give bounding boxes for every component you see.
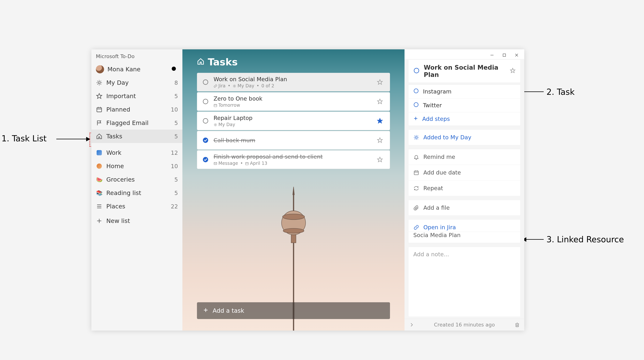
- step-complete-toggle[interactable]: [413, 102, 419, 109]
- star-toggle[interactable]: [377, 118, 383, 124]
- step-complete-toggle[interactable]: [413, 88, 419, 95]
- sidebar-item-count: 5: [174, 93, 178, 99]
- task-meta: JiraMy Day0 of 2: [214, 83, 372, 88]
- avatar: [96, 65, 104, 73]
- collapse-detail-button[interactable]: [409, 322, 414, 327]
- detail-header: Work on Social Media Plan: [408, 60, 520, 83]
- svg-marker-71: [510, 68, 515, 73]
- close-button[interactable]: [514, 52, 520, 58]
- svg-rect-22: [172, 218, 176, 222]
- step-row[interactable]: Instagram: [408, 85, 520, 98]
- callout-task-list: 1. Task List: [2, 134, 47, 143]
- new-list-button[interactable]: New list: [92, 214, 182, 228]
- plus-icon: [413, 116, 418, 122]
- sidebar-item-important[interactable]: Important5: [92, 89, 182, 103]
- sidebar-item-places[interactable]: Places22: [92, 200, 182, 213]
- remind-me-button[interactable]: Remind me: [408, 149, 520, 165]
- search-icon[interactable]: [171, 66, 178, 73]
- star-toggle[interactable]: [377, 157, 383, 163]
- arrow-line: [526, 239, 544, 240]
- minimize-button[interactable]: [489, 52, 495, 58]
- task-card[interactable]: Repair LaptopMy Day: [197, 112, 390, 130]
- task-card[interactable]: Finish work proposal and send to clientM…: [197, 150, 390, 169]
- star-toggle[interactable]: [377, 79, 383, 85]
- repeat-button[interactable]: Repeat: [408, 180, 520, 196]
- svg-line-38: [235, 87, 236, 87]
- step-row[interactable]: Twitter: [408, 98, 520, 112]
- task-card[interactable]: Work on Social Media PlanJiraMy Day0 of …: [197, 73, 390, 91]
- add-task-input[interactable]: Add a task: [197, 302, 390, 319]
- sidebar-item-reading[interactable]: 📚Reading list5: [92, 186, 182, 200]
- complete-toggle[interactable]: [202, 118, 209, 124]
- svg-marker-63: [378, 157, 382, 162]
- added-to-my-day-button[interactable]: Added to My Day: [408, 130, 520, 145]
- calendar-icon: [245, 162, 249, 165]
- myday-icon: [96, 79, 102, 86]
- complete-toggle[interactable]: [413, 67, 420, 75]
- sidebar-item-groceries[interactable]: 🍉Groceries5: [92, 173, 182, 186]
- sidebar-item-label: My Day: [106, 79, 171, 86]
- my-day-section: Added to My Day: [408, 129, 520, 145]
- svg-point-28: [282, 214, 304, 220]
- callout-task: 2. Task: [546, 87, 574, 97]
- sidebar-item-label: Work: [106, 149, 167, 156]
- file-section: Add a file: [408, 200, 520, 216]
- svg-marker-41: [378, 80, 382, 84]
- complete-toggle[interactable]: [202, 98, 209, 105]
- sidebar-item-count: 12: [171, 150, 178, 156]
- svg-point-27: [282, 211, 306, 235]
- sidebar-item-label: Planned: [106, 106, 167, 113]
- task-card[interactable]: Zero to One bookTomorrow: [197, 92, 390, 111]
- task-title: Finish work proposal and send to client: [214, 154, 372, 160]
- star-toggle[interactable]: [510, 68, 516, 75]
- task-card[interactable]: Call back mum: [197, 131, 390, 150]
- groceries-icon: 🍉: [96, 176, 102, 183]
- sidebar-item-label: Important: [106, 93, 171, 100]
- star-toggle[interactable]: [377, 98, 383, 105]
- repeat-label: Repeat: [423, 185, 443, 191]
- sidebar-item-work[interactable]: Work12: [92, 146, 182, 160]
- linked-resource-section: Open in Jira Socia Media Plan: [408, 219, 520, 243]
- add-step-button[interactable]: Add steps: [408, 112, 520, 126]
- complete-toggle[interactable]: [202, 137, 209, 143]
- sidebar-item-planned[interactable]: Planned10: [92, 103, 182, 116]
- star-toggle[interactable]: [377, 137, 383, 143]
- svg-rect-61: [246, 163, 248, 165]
- new-group-icon[interactable]: [171, 217, 178, 224]
- bell-icon: [413, 154, 419, 160]
- svg-point-70: [414, 68, 419, 73]
- detail-footer: Created 16 minutes ago: [404, 319, 524, 331]
- sidebar-item-flagged[interactable]: Flagged Email5: [92, 116, 182, 130]
- maximize-button[interactable]: [502, 52, 507, 58]
- step-label: Twitter: [423, 102, 442, 109]
- delete-task-button[interactable]: [514, 322, 520, 327]
- due-date-button[interactable]: Add due date: [408, 165, 520, 180]
- svg-line-55: [216, 124, 216, 124]
- list-title: Tasks: [208, 56, 238, 68]
- open-in-jira-link[interactable]: Open in Jira: [408, 220, 520, 232]
- svg-line-8: [100, 84, 101, 85]
- add-file-button[interactable]: Add a file: [408, 200, 520, 215]
- sidebar-item-count: 5: [174, 176, 178, 183]
- sidebar-item-count: 5: [174, 190, 178, 196]
- task-title: Zero to One book: [214, 95, 372, 102]
- add-step-label: Add steps: [422, 116, 450, 122]
- detail-task-title[interactable]: Work on Social Media Plan: [424, 64, 506, 78]
- complete-toggle[interactable]: [202, 157, 209, 163]
- plus-icon: [203, 307, 208, 314]
- svg-line-82: [418, 139, 418, 139]
- due-date-label: Add due date: [423, 169, 461, 176]
- sidebar-item-myday[interactable]: My Day8: [92, 76, 182, 89]
- account-row[interactable]: Mona Kane: [92, 63, 182, 76]
- sun-icon: [232, 84, 236, 88]
- svg-marker-45: [378, 99, 382, 104]
- todo-app-window: Microsoft To-Do Mona Kane My Day8Importa…: [92, 49, 524, 331]
- sidebar-item-count: 10: [171, 163, 178, 170]
- sidebar-item-label: Home: [106, 163, 167, 170]
- complete-toggle[interactable]: [202, 79, 209, 85]
- task-title: Call back mum: [214, 137, 372, 144]
- note-input[interactable]: Add a note...: [408, 247, 520, 317]
- sidebar-item-home[interactable]: Home10: [92, 160, 182, 173]
- sidebar-item-tasks[interactable]: Tasks5: [92, 130, 182, 143]
- sidebar-item-count: 10: [171, 106, 178, 113]
